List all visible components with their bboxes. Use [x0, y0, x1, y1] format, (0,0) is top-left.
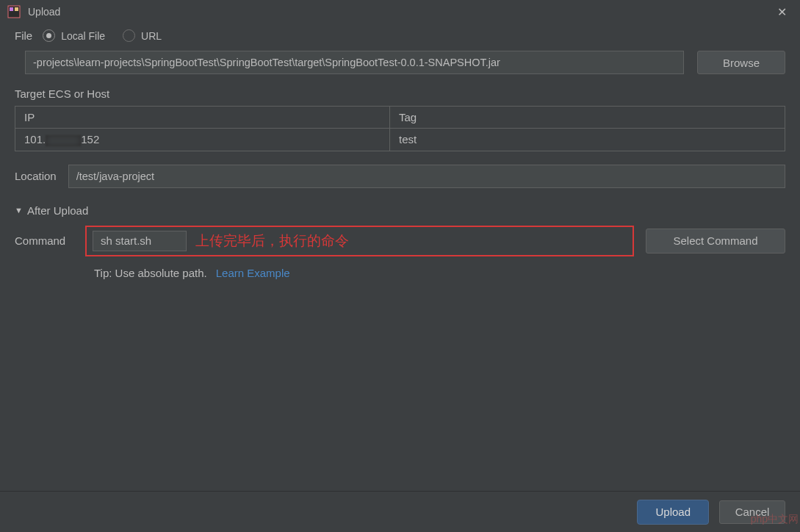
command-label: Command: [15, 234, 73, 247]
radio-local-file[interactable]: Local File: [43, 29, 105, 42]
radio-local-label: Local File: [61, 30, 105, 42]
file-path-input[interactable]: [25, 51, 684, 74]
target-label: Target ECS or Host: [15, 87, 785, 100]
col-header-tag: Tag: [390, 107, 785, 128]
select-command-button[interactable]: Select Command: [646, 229, 785, 254]
cell-ip: 101.152: [15, 129, 390, 151]
redacted-ip: [46, 135, 81, 146]
dialog-footer: Upload Cancel php中文网: [0, 491, 800, 532]
target-table: IP Tag 101.152 test: [15, 106, 785, 151]
cancel-button[interactable]: Cancel: [719, 500, 785, 524]
after-upload-label: After Upload: [27, 204, 88, 217]
annotation-text: 上传完毕后，执行的命令: [195, 231, 349, 251]
upload-button[interactable]: Upload: [637, 500, 709, 525]
location-label: Location: [15, 170, 57, 182]
dialog-title: Upload: [28, 6, 771, 18]
location-input[interactable]: [68, 165, 785, 188]
file-label: File: [15, 29, 32, 42]
titlebar: Upload ✕: [0, 0, 800, 24]
command-input[interactable]: [93, 231, 187, 251]
table-row[interactable]: 101.152 test: [15, 129, 785, 151]
svg-rect-1: [10, 7, 13, 11]
radio-url-label: URL: [141, 30, 162, 42]
close-icon[interactable]: ✕: [771, 2, 793, 22]
col-header-ip: IP: [15, 107, 390, 128]
svg-rect-2: [15, 7, 18, 11]
radio-url[interactable]: URL: [123, 29, 162, 42]
radio-selected-icon: [43, 29, 55, 42]
file-source-row: File Local File URL: [15, 29, 785, 42]
tip-text: Tip: Use absolute path.: [94, 267, 207, 279]
caret-down-icon: ▼: [15, 206, 23, 215]
browse-button[interactable]: Browse: [697, 51, 785, 74]
app-icon: [7, 5, 21, 18]
after-upload-toggle[interactable]: ▼ After Upload: [15, 204, 785, 217]
learn-example-link[interactable]: Learn Example: [216, 267, 290, 279]
cell-tag: test: [390, 129, 785, 151]
command-highlight-box: 上传完毕后，执行的命令: [85, 226, 634, 256]
radio-unselected-icon: [123, 29, 135, 42]
